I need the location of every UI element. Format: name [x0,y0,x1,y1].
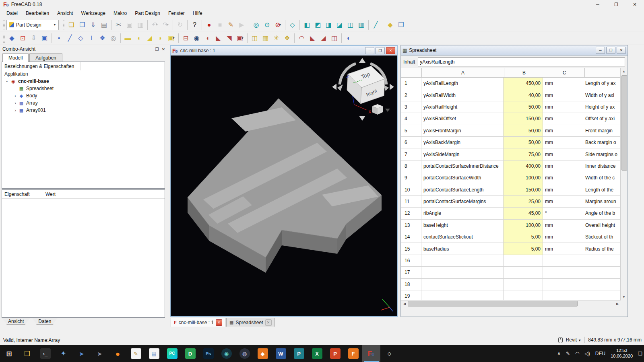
fillet-icon[interactable]: ◠ [296,33,307,43]
expander-closed-icon[interactable]: › [12,108,18,113]
scrollbar-thumb[interactable] [621,75,627,171]
publisher-icon[interactable]: P [290,345,308,362]
taskbar-clock[interactable]: 12:5310.06.2020 [611,348,633,359]
pocket-icon[interactable]: ⊟ [180,33,191,43]
print-icon[interactable]: ▤ [99,19,109,30]
cell-D13[interactable]: Overall height [583,220,621,231]
expander-closed-icon[interactable]: › [12,101,18,105]
cell-D17[interactable] [583,267,621,278]
tray-wifi-icon[interactable]: ◠ [575,351,579,356]
cell-D14[interactable]: Stickout of th [583,231,621,243]
draw-style-icon[interactable]: ⊘▾ [272,19,283,30]
row-header-13[interactable]: 13 [401,220,421,231]
cell-D10[interactable]: Length of the [583,184,621,196]
cell-D7[interactable]: Side margins o [583,148,621,160]
close-window-icon[interactable]: ✕ [386,47,395,54]
row-header-8[interactable]: 8 [401,160,421,172]
cell-A16[interactable] [421,255,504,267]
f-app-icon[interactable]: F [344,345,362,362]
cell-D19[interactable] [583,290,621,300]
d-app-icon[interactable]: D [181,345,199,362]
fit-all-icon[interactable]: ◎ [251,19,262,30]
cell-B15[interactable]: 5,00 [504,243,543,255]
cell-content-input[interactable] [418,58,625,66]
cell-B1[interactable]: 450,00 [504,78,543,89]
macro-edit-icon[interactable]: ✎ [225,19,236,30]
cell-C4[interactable]: mm [543,113,583,125]
row-header-5[interactable]: 5 [401,125,421,137]
mdi-tab-cnc-mill-base-1[interactable]: Fcnc-mill-base : 1✕ [171,318,225,327]
view-right-icon[interactable]: ◨ [323,19,334,30]
view-front-icon[interactable]: ◧ [301,19,312,30]
menu-hilfe[interactable]: Hilfe [189,9,206,17]
cell-A9[interactable]: portalContactSurfaceWidth [421,172,504,184]
column-header-a[interactable]: A [422,68,504,78]
cell-A7[interactable]: yAxisSideMargin [421,148,504,160]
cell-B11[interactable]: 25,00 [504,196,543,208]
ring-icon[interactable]: ○ [380,345,398,362]
cell-B5[interactable]: 50,00 [504,125,543,137]
column-header-b[interactable]: B [504,68,544,78]
menu-datei[interactable]: Datei [2,9,22,17]
tab-aufgaben[interactable]: Aufgaben [29,53,62,62]
3d-view-titlebar[interactable]: F⚙ cnc-mill-base : 1 ─ ❐ ✕ [171,46,397,56]
menu-makro[interactable]: Makro [109,9,131,17]
cell-C18[interactable] [543,279,583,290]
cell-B16[interactable] [504,255,543,267]
cell-C9[interactable]: mm [543,172,583,184]
cell-B13[interactable]: 100,00 [504,220,543,231]
row-header-3[interactable]: 3 [401,101,421,113]
view-top-icon[interactable]: ◩ [312,19,323,30]
cell-B12[interactable]: 45,00 [504,208,543,219]
cell-D3[interactable]: Height of y ax [583,101,621,113]
cell-B19[interactable] [504,290,543,300]
row-header-18[interactable]: 18 [401,279,421,290]
cell-C2[interactable]: mm [543,89,583,101]
toolbar-grip[interactable] [63,21,64,29]
maximize-button[interactable]: ❐ [607,0,625,9]
cell-B14[interactable]: 5,00 [504,231,543,243]
tree-item-cnc-mill-base[interactable]: ›◉cnc-mill-base [2,78,165,85]
tree-item-array[interactable]: ›▦Array [2,99,165,107]
scroll-up-icon[interactable]: ▲ [621,68,627,74]
cell-A12[interactable]: ribAngle [421,208,504,219]
3d-viewport[interactable]: Top Right Z X [171,56,397,316]
word-icon[interactable]: W [272,345,290,362]
open-file-icon[interactable]: ❒ [77,19,88,30]
datum-point-icon[interactable]: • [54,33,64,43]
start-button[interactable]: ⊞ [0,345,18,362]
scrollbar-thumb[interactable] [408,301,578,306]
map-sketch-icon[interactable]: ⇩ [28,33,39,43]
cell-A14[interactable]: contactSurfaceStickout [421,231,504,243]
expander-closed-icon[interactable]: › [12,93,18,98]
cell-C10[interactable]: mm [543,184,583,196]
minimize-window-icon[interactable]: ─ [596,47,605,54]
file-explorer-icon[interactable]: ❒ [18,345,36,362]
tree-item-body[interactable]: ›◆Body [2,92,165,99]
spreadsheet-titlebar[interactable]: ▦ Spreadsheet ─ ❐ ✕ [401,45,627,56]
expander-open-icon[interactable]: › [5,78,10,84]
toolbar-grip[interactable] [3,34,5,43]
thickness-icon[interactable]: ◫ [329,33,340,43]
row-header-7[interactable]: 7 [401,148,421,160]
bird-icon[interactable]: ➤ [72,345,91,362]
tab-daten[interactable]: Daten [32,318,58,325]
orange-app-icon[interactable]: ◆ [254,345,272,362]
corner-header[interactable] [401,68,422,78]
subtractive-pipe-icon[interactable]: ◥ [224,33,235,43]
cell-A5[interactable]: yAxisFrontMargin [421,125,504,137]
whatsthis-icon[interactable]: ? [189,19,200,30]
spreadsheet-grid[interactable]: ABC1yAxisRailLength450,00mmLength of y a… [401,68,621,300]
menu-part-design[interactable]: Part Design [131,9,164,17]
cell-B8[interactable]: 400,00 [504,160,543,172]
row-header-17[interactable]: 17 [401,267,421,278]
revolution-icon[interactable]: ◖ [133,33,144,43]
document-icon[interactable]: ▤ [145,345,163,362]
additive-pipe-icon[interactable]: ◗ [155,33,166,43]
minimize-window-icon[interactable]: ─ [365,47,374,54]
restore-window-icon[interactable]: ❐ [376,47,385,54]
zoom-icon[interactable]: ⊙ [262,19,272,30]
cell-A4[interactable]: yAxisRailOffset [421,113,504,125]
additive-loft-icon[interactable]: ◢ [144,33,155,43]
cell-C15[interactable]: mm [543,243,583,255]
